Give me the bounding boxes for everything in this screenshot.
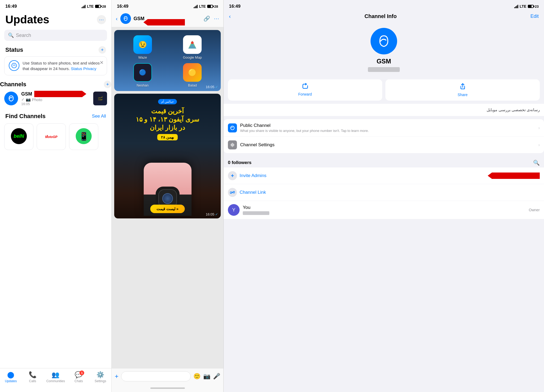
chat-battery — [207, 5, 213, 8]
gsm-channel-name: GSM — [21, 91, 32, 97]
info-back-button[interactable]: ‹ — [229, 13, 231, 19]
gsm-channel-info: GSM ✓ 📷 Photo 16:05 — [21, 91, 90, 106]
motogp-card[interactable]: MotoGP ● — [37, 123, 66, 150]
chat-more-icon[interactable]: ⋯ — [214, 15, 219, 22]
channel-settings-title: Channel Settings — [240, 142, 535, 148]
public-channel-chevron: › — [538, 126, 540, 130]
chat-status-bar: 16:49 LTE 28 — [112, 0, 223, 11]
status-section-header: Status + — [0, 44, 111, 55]
message-1-checkmark: ✓ — [215, 85, 218, 89]
info-nav-bar: ‹ Channel Info Edit — [224, 11, 544, 23]
updates-more-button[interactable]: ⋯ — [97, 15, 106, 24]
tab-calls[interactable]: 📞 Calls — [25, 371, 41, 383]
channel-settings-item[interactable]: Channel Settings › — [224, 137, 544, 153]
battery-fill-1 — [96, 5, 99, 7]
back-chevron-icon: ‹ — [116, 16, 118, 22]
tab-updates-label: Updates — [5, 379, 17, 383]
gsm-channel-preview: ✓ 📷 Photo — [21, 97, 90, 102]
chat-camera-button[interactable]: 📷 — [203, 373, 210, 380]
status-card: Use Status to share photos, text and vid… — [4, 56, 107, 75]
public-channel-item[interactable]: Public Channel What you share is visible… — [224, 119, 544, 137]
chat-mic-button[interactable]: 🎤 — [213, 373, 220, 380]
chat-input-field[interactable] — [121, 371, 191, 381]
chat-input-bar: + 🙂 📷 🎤 — [112, 368, 223, 384]
maps-label: Google Map — [183, 55, 202, 59]
home-bar-2 — [150, 387, 185, 389]
bar3 — [84, 6, 84, 8]
bein-card[interactable]: beIN — [4, 123, 33, 150]
share-icon — [460, 83, 466, 91]
info-channel-name: GSM — [377, 58, 391, 65]
info-edit-button[interactable]: Edit — [530, 14, 539, 19]
chat-add-button[interactable]: + — [115, 373, 118, 380]
status-bar-1: 16:49 LTE 28 — [0, 0, 111, 11]
channel-settings-icon — [228, 140, 237, 149]
status-privacy-link[interactable]: Status Privacy — [71, 66, 96, 71]
see-all-link[interactable]: See All — [92, 114, 106, 119]
balad-app: 🟡 Balad — [169, 63, 216, 87]
updates-header: Updates ⋯ — [0, 11, 111, 29]
waze-app: 😉 Waze — [120, 35, 166, 59]
settings-tab-icon: ⚙️ — [96, 371, 104, 378]
member-role: Owner — [529, 208, 540, 212]
status-close-button[interactable]: ✕ — [100, 60, 104, 66]
tab-updates[interactable]: ⬤ Updates — [3, 371, 19, 383]
waze-label: Waze — [138, 55, 147, 59]
svg-text:●: ● — [47, 134, 48, 136]
calls-tab-icon: 📞 — [29, 371, 37, 378]
channels-add-button[interactable]: + — [104, 81, 111, 88]
header-red-arrow-container — [143, 19, 185, 25]
followers-search-icon[interactable]: 🔍 — [533, 160, 540, 166]
balad-label: Balad — [188, 83, 197, 87]
invite-admins-label: Invite Admins — [240, 173, 266, 178]
info-time: 16:49 — [229, 4, 240, 9]
info-status-right: LTE 23 — [514, 4, 539, 8]
tab-communities[interactable]: 👥 Communities — [46, 371, 65, 383]
channel-link-label: Channel Link — [240, 190, 266, 195]
chain-link-icon[interactable]: 🔗 — [203, 15, 210, 22]
channels-title: Channels — [0, 81, 26, 88]
motogp-logo: MotoGP ● — [43, 128, 59, 144]
info-status-bar: 16:49 LTE 23 — [224, 0, 544, 11]
channel-settings-chevron: › — [538, 143, 540, 147]
waze-icon: 😉 — [133, 35, 152, 54]
neshan-app: 🔵 Neshan — [120, 63, 166, 87]
status-add-button[interactable]: + — [99, 46, 106, 54]
forward-button[interactable]: Forward — [228, 79, 382, 101]
message-2-image: جیالس آم آخرین قیمت سری آیفون ۱۳، ۱۴ و ۱… — [114, 94, 221, 218]
tab-communities-label: Communities — [46, 379, 65, 383]
followers-count: 0 followers — [228, 160, 252, 165]
chat-signal — [194, 5, 198, 8]
bar4 — [85, 5, 86, 8]
neshan-icon: 🔵 — [133, 63, 152, 82]
find-channels-title: Find Channels — [5, 113, 46, 120]
share-button[interactable]: Share — [385, 79, 540, 101]
svg-point-6 — [191, 41, 194, 44]
gsm-channel-time: 16:05 — [21, 102, 90, 106]
time-1: 16:49 — [5, 4, 17, 9]
persian-price-list-button[interactable]: لیست قیمت » — [150, 205, 185, 213]
whatsapp-logo: 📱 — [76, 128, 92, 144]
info-list: Public Channel What you share is visible… — [224, 119, 544, 153]
info-battery — [528, 5, 534, 8]
chat-emoji-button[interactable]: 🙂 — [193, 373, 201, 380]
chat-back-button[interactable]: ‹ — [116, 16, 118, 22]
invite-admins-item[interactable]: + Invite Admins — [224, 167, 544, 184]
chats-badge: 1 — [79, 371, 84, 375]
channel-link-item[interactable]: Channel Link — [224, 184, 544, 201]
maps-icon — [183, 35, 202, 54]
message-1-timestamp: 16:05 ✓ — [206, 85, 218, 89]
search-bar[interactable]: 🔍 Search — [4, 30, 107, 41]
panel-chat: 16:49 LTE 28 ‹ — [112, 0, 224, 392]
gsm-channel-item[interactable]: GSM ✓ 📷 Photo 16:05 آخرینقیمت — [0, 88, 111, 109]
public-channel-subtitle: What you share is visible to anyone, but… — [240, 129, 535, 133]
chat-title-area: GSM — [134, 16, 144, 21]
whatsapp-card[interactable]: 📱 — [69, 123, 98, 150]
member-item: Y You Owner — [224, 201, 544, 219]
tab-settings[interactable]: ⚙️ Settings — [92, 371, 108, 383]
tab-chats[interactable]: 💬 1 Chats — [71, 371, 87, 383]
app-grid: 😉 Waze Google Ma — [120, 35, 215, 87]
tab-chats-label: Chats — [75, 379, 83, 383]
persian-main-line2: سری آیفون ۱۳، ۱۴ و ۱۵ — [120, 115, 215, 123]
persian-main-line3: در بازار ایران — [120, 123, 215, 132]
